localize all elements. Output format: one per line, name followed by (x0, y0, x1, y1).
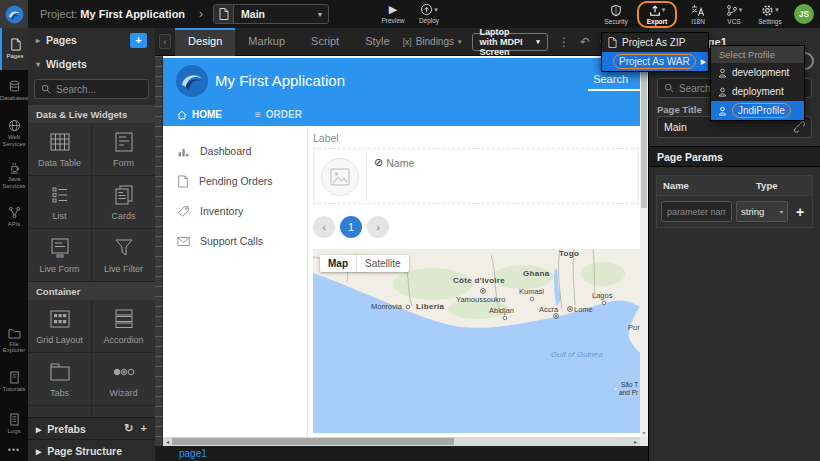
kebab-menu-icon[interactable]: ⋮ (558, 35, 570, 49)
prefabs-section-header[interactable]: ▸ Prefabs ↻ + (28, 417, 155, 439)
refresh-prefabs-icon[interactable]: ↻ (124, 422, 133, 435)
menu-item-pending-orders[interactable]: Pending Orders (163, 166, 307, 196)
app-header: My First Application Search HOME ≡ ORDER (163, 58, 640, 126)
undo-icon[interactable]: ↶ (580, 35, 590, 49)
svg-text:Port: Port (628, 323, 640, 332)
sidebar-item-java-services[interactable]: Java Services (0, 154, 28, 196)
profile-jndiprofile[interactable]: JndiProfile (711, 101, 804, 120)
widget-search[interactable] (34, 79, 149, 99)
menu-item-support-calls[interactable]: Support Calls (163, 226, 307, 256)
cards-icon (112, 183, 136, 207)
page-selector-value: Main (241, 8, 265, 20)
add-param-button[interactable]: + (792, 204, 808, 220)
vcs-button[interactable]: ▾ VCS (719, 1, 749, 28)
pagination-prev-button[interactable]: ‹ (313, 216, 335, 238)
page-structure-section-header[interactable]: ▸ Page Structure (28, 439, 155, 461)
widget-live-filter[interactable]: Live Filter (92, 229, 155, 281)
tab-script[interactable]: Script (298, 28, 352, 56)
sidebar-item-tutorials[interactable]: Tutorials (0, 361, 28, 403)
svg-text:São T: São T (621, 381, 638, 388)
sidebar-item-apis[interactable]: APIs (0, 196, 28, 238)
gear-icon: ▾ (761, 4, 779, 17)
page-selector-dropdown[interactable]: Main ▾ (213, 4, 329, 24)
collapse-panel-button[interactable]: ‹ (159, 34, 171, 49)
tab-markup[interactable]: Markup (235, 28, 298, 56)
widget-data-table[interactable]: Data Table (28, 123, 91, 175)
page-title-input[interactable] (664, 121, 793, 133)
widget-wizard[interactable]: Wizard (92, 353, 155, 405)
preview-button[interactable]: ▶ Preview (378, 0, 408, 27)
label-widget[interactable]: Label (313, 132, 640, 148)
chevron-down-icon: ▾ (434, 6, 438, 14)
pages-section-header[interactable]: ▸ Pages + (28, 28, 155, 52)
pagination-next-button[interactable]: › (367, 216, 389, 238)
menu-item-project-as-zip[interactable]: Project As ZIP (602, 33, 708, 52)
bindings-button[interactable]: [x] Bindings ▾ (403, 36, 462, 47)
tab-style[interactable]: Style (352, 28, 402, 56)
sidebar-item-pages[interactable]: Pages (0, 28, 28, 70)
sidebar-item-web-services[interactable]: Web Services (0, 112, 28, 154)
scroll-down-arrow[interactable]: ▾ (640, 429, 648, 436)
menu-item-inventory[interactable]: Inventory (163, 196, 307, 226)
user-avatar[interactable]: JS (794, 4, 814, 24)
satellite-button[interactable]: Satellite (356, 255, 409, 272)
horizontal-scrollbar-thumb[interactable] (172, 438, 454, 445)
device-preview-dropdown[interactable]: Laptop with MDPI Screen ▾ (472, 33, 548, 51)
envelope-icon (177, 236, 190, 247)
profile-development[interactable]: development (711, 63, 804, 82)
svg-text:Kumasi: Kumasi (519, 287, 544, 296)
widget-live-form[interactable]: Live Form (28, 229, 91, 281)
open-page-tab[interactable]: page1 (179, 448, 207, 459)
list-icon (48, 183, 72, 207)
sidebar-item-file-explorer[interactable]: File Explorer (0, 319, 28, 361)
horizontal-scrollbar[interactable]: ◂ ▸ (163, 437, 640, 446)
i18n-button[interactable]: I18N (683, 1, 713, 28)
widget-grid-layout[interactable]: Grid Layout (28, 300, 91, 352)
menu-item-dashboard[interactable]: Dashboard (163, 136, 307, 166)
app-search-link[interactable]: Search (593, 73, 628, 85)
param-type-select[interactable]: string ▾ (736, 201, 788, 222)
widget-tabs[interactable]: Tabs (28, 353, 91, 405)
security-button[interactable]: Security (601, 1, 631, 28)
profile-deployment[interactable]: deployment (711, 82, 804, 101)
widget-search-input[interactable] (56, 84, 142, 95)
vertical-scrollbar-thumb[interactable] (641, 58, 647, 208)
tab-design[interactable]: Design (175, 28, 235, 56)
folder-icon (8, 327, 21, 339)
sidebar-item-databases[interactable]: Databases (0, 70, 28, 112)
list-item[interactable]: ⊘ Name (313, 148, 639, 204)
wavemaker-logo[interactable] (0, 0, 28, 28)
menu-item-project-as-war[interactable]: Project As WAR ▶ (602, 52, 708, 71)
vertical-scrollbar[interactable]: ▾ (640, 56, 648, 437)
annotation-war-highlight: Project As WAR (613, 54, 696, 69)
page-params-header: Page Params (649, 146, 820, 167)
widgets-section-header[interactable]: ▾ Widgets (28, 52, 155, 76)
bind-link-icon[interactable] (793, 121, 805, 133)
settings-button[interactable]: ▾ Settings (755, 1, 785, 28)
widget-form[interactable]: Form (92, 123, 155, 175)
chevron-right-icon: ▸ (36, 423, 41, 435)
deploy-button[interactable]: ▾ Deploy (414, 0, 444, 27)
accordion-icon (112, 307, 136, 331)
widget-cards[interactable]: Cards (92, 176, 155, 228)
add-prefab-icon[interactable]: + (141, 422, 147, 435)
vertical-ruler (155, 56, 163, 446)
more-options-icon[interactable]: ••• (0, 445, 28, 459)
param-name-input[interactable] (661, 201, 732, 222)
map-widget[interactable]: Map Satellite (313, 249, 640, 433)
widget-accordion[interactable]: Accordion (92, 300, 155, 352)
scroll-right-arrow[interactable]: ▸ (631, 438, 640, 445)
add-page-button[interactable]: + (130, 33, 147, 48)
widget-list[interactable]: List (28, 176, 91, 228)
pagination-page-1[interactable]: 1 (340, 216, 362, 238)
export-icon: ▾ (649, 4, 666, 17)
pages-icon (9, 38, 22, 51)
export-button[interactable]: ▾ Export (642, 1, 672, 28)
column-name: Name (657, 180, 756, 191)
scroll-left-arrow[interactable]: ◂ (163, 438, 172, 445)
map-button[interactable]: Map (320, 255, 356, 272)
nav-order[interactable]: ≡ ORDER (255, 109, 302, 120)
nav-home[interactable]: HOME (177, 109, 222, 120)
sidebar-item-logs[interactable]: Logs (0, 403, 28, 445)
play-icon: ▶ (389, 3, 397, 16)
